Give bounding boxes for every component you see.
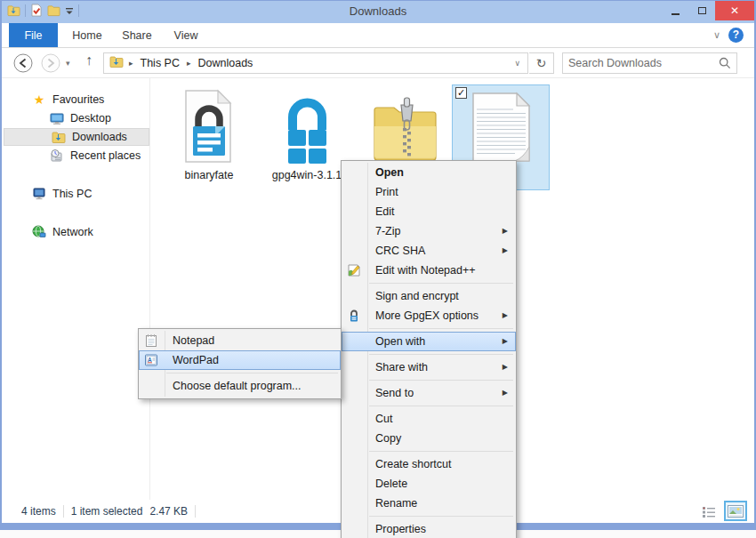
sidebar-item-desktop[interactable]: Desktop bbox=[2, 109, 149, 127]
expand-ribbon-icon[interactable]: ∨ bbox=[713, 29, 720, 41]
zip-folder-icon bbox=[358, 84, 451, 165]
forward-button[interactable] bbox=[41, 53, 60, 73]
back-button[interactable] bbox=[13, 53, 33, 73]
search-input[interactable] bbox=[563, 57, 719, 69]
tab-view[interactable]: View bbox=[164, 23, 208, 47]
selection-size: 2.47 KB bbox=[149, 505, 195, 518]
recent-locations-dropdown-icon[interactable]: ▾ bbox=[66, 59, 70, 68]
address-bar[interactable]: ▸ This PC ▸ Downloads ∨ bbox=[103, 52, 528, 74]
maximize-button[interactable] bbox=[688, 1, 715, 20]
sidebar-item-this-pc[interactable]: This PC bbox=[2, 185, 149, 203]
sidebar-item-downloads[interactable]: Downloads bbox=[4, 128, 149, 146]
notepad-plus-plus-icon bbox=[347, 263, 361, 277]
network-icon bbox=[32, 225, 46, 239]
menu-item-share-with[interactable]: Share with▶ bbox=[342, 357, 516, 377]
details-view-button[interactable] bbox=[699, 502, 719, 519]
menu-separator bbox=[369, 406, 513, 406]
open-with-submenu: Notepad A WordPad Choose default program… bbox=[138, 328, 342, 399]
svg-text:A: A bbox=[148, 357, 152, 363]
file-binaryfate[interactable]: binaryfate bbox=[163, 84, 255, 181]
thumbnail-view-button[interactable] bbox=[726, 502, 745, 519]
tab-share[interactable]: Share bbox=[114, 23, 160, 47]
menu-item-more-gpgex-options[interactable]: More GpgEX options ▶ bbox=[342, 306, 516, 325]
navigation-pane: ★ Favourites Desktop Downloads Recent pl… bbox=[2, 78, 150, 500]
tab-file[interactable]: File bbox=[9, 23, 58, 47]
submenu-item-choose-default-program[interactable]: Choose default program... bbox=[139, 376, 341, 396]
status-separator bbox=[195, 505, 196, 518]
sidebar-item-recent-places[interactable]: Recent places bbox=[2, 147, 149, 165]
refresh-button[interactable]: ↻ bbox=[529, 52, 554, 74]
close-button[interactable]: ✕ bbox=[715, 1, 754, 20]
check-icon: ✓ bbox=[457, 87, 465, 98]
address-folder-icon bbox=[109, 55, 124, 71]
menu-item-delete[interactable]: Delete bbox=[342, 474, 516, 494]
menu-item-create-shortcut[interactable]: Create shortcut bbox=[342, 454, 516, 474]
gpg4win-lock-icon bbox=[261, 84, 353, 165]
file-gpg4win[interactable]: gpg4win-3.1.1 bbox=[261, 84, 353, 181]
sidebar-item-network[interactable]: Network bbox=[2, 223, 149, 241]
menu-separator bbox=[166, 373, 338, 373]
breadcrumb-this-pc[interactable]: This PC bbox=[139, 57, 181, 69]
submenu-arrow-icon: ▶ bbox=[503, 221, 508, 241]
menu-item-copy[interactable]: Copy bbox=[342, 429, 516, 448]
search-icon[interactable] bbox=[719, 57, 731, 69]
file-name: gpg4win-3.1.1 bbox=[261, 169, 353, 181]
sidebar-spacer bbox=[2, 204, 149, 223]
breadcrumb-arrow-icon: ▸ bbox=[124, 59, 139, 68]
menu-separator bbox=[369, 328, 513, 329]
submenu-arrow-icon: ▶ bbox=[503, 357, 508, 377]
menu-item-edit-with-notepadpp[interactable]: Edit with Notepad++ bbox=[342, 261, 516, 280]
menu-item-rename[interactable]: Rename bbox=[342, 494, 516, 513]
wordpad-app-icon: A bbox=[144, 353, 158, 367]
close-icon: ✕ bbox=[730, 4, 739, 17]
menu-separator bbox=[369, 354, 513, 355]
selection-count: 1 item selected bbox=[64, 505, 150, 518]
window-title: Downloads bbox=[2, 4, 754, 18]
pgp-signed-document-icon bbox=[163, 84, 255, 165]
menu-item-crc-sha[interactable]: CRC SHA▶ bbox=[342, 241, 516, 261]
menu-item-send-to[interactable]: Send to▶ bbox=[342, 383, 516, 403]
minimize-icon bbox=[672, 13, 680, 15]
sidebar-spacer bbox=[2, 165, 149, 185]
menu-separator bbox=[369, 380, 513, 381]
sidebar-label: Desktop bbox=[70, 112, 111, 124]
selection-checkbox[interactable]: ✓ bbox=[455, 87, 467, 99]
submenu-item-notepad[interactable]: Notepad bbox=[139, 331, 341, 350]
help-icon[interactable]: ? bbox=[728, 28, 744, 43]
sidebar-item-favourites[interactable]: ★ Favourites bbox=[2, 91, 149, 108]
menu-item-cut[interactable]: Cut bbox=[342, 409, 516, 429]
menu-item-open-with[interactable]: Open with▶ bbox=[342, 332, 516, 351]
menu-item-7zip[interactable]: 7-Zip▶ bbox=[342, 221, 516, 241]
menu-separator bbox=[369, 516, 513, 517]
menu-item-edit[interactable]: Edit bbox=[342, 202, 516, 221]
submenu-item-wordpad[interactable]: A WordPad bbox=[139, 350, 341, 370]
submenu-arrow-icon: ▶ bbox=[503, 383, 508, 403]
menu-item-sign-and-encrypt[interactable]: Sign and encrypt bbox=[342, 286, 516, 306]
menu-item-open[interactable]: Open bbox=[342, 163, 516, 182]
submenu-arrow-icon: ▶ bbox=[503, 306, 508, 325]
tab-home[interactable]: Home bbox=[64, 23, 110, 47]
menu-item-properties[interactable]: Properties bbox=[342, 519, 516, 538]
downloads-folder-icon bbox=[52, 130, 66, 144]
address-dropdown-icon[interactable]: ∨ bbox=[514, 59, 527, 68]
breadcrumb-downloads[interactable]: Downloads bbox=[197, 57, 255, 69]
sidebar-label: Favourites bbox=[52, 93, 104, 106]
title-bar: Downloads ✕ bbox=[2, 1, 754, 23]
menu-separator bbox=[369, 283, 513, 284]
minimize-button[interactable] bbox=[662, 1, 688, 20]
up-button[interactable]: ↑ bbox=[85, 52, 92, 68]
breadcrumb-arrow-icon: ▸ bbox=[181, 59, 197, 68]
sidebar-label: Network bbox=[52, 226, 93, 238]
file-zip-archive[interactable] bbox=[358, 84, 451, 169]
desktop-icon bbox=[50, 111, 64, 125]
details-view-icon bbox=[702, 505, 716, 518]
items-count: 4 items bbox=[2, 505, 63, 518]
sidebar-label: Downloads bbox=[72, 131, 127, 143]
sidebar-label: This PC bbox=[52, 188, 92, 200]
context-menu: Open Print Edit 7-Zip▶ CRC SHA▶ Edit wit… bbox=[341, 160, 517, 538]
favourites-star-icon: ★ bbox=[32, 92, 46, 107]
menu-item-print[interactable]: Print bbox=[342, 182, 516, 202]
thumbnail-view-icon bbox=[728, 505, 744, 518]
notepad-app-icon bbox=[144, 333, 158, 348]
window-controls: ✕ bbox=[662, 1, 754, 20]
